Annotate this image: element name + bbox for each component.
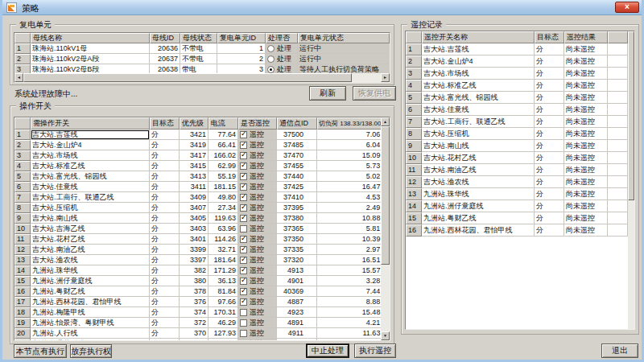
- cell[interactable]: 尚未遥控: [564, 104, 608, 116]
- table-row[interactable]: 1珠海站.110kV1母20636不带电1处理运行中: [14, 43, 390, 54]
- cell[interactable]: 分: [150, 140, 180, 150]
- checkbox-checked[interactable]: [240, 278, 247, 285]
- cell[interactable]: 九洲站.西林花园、君怡甲线: [31, 297, 150, 307]
- cell[interactable]: 372: [180, 318, 208, 328]
- scrollbar-thumb[interactable]: [628, 31, 634, 200]
- cell[interactable]: 2.97: [317, 245, 382, 255]
- cell[interactable]: 分: [150, 318, 180, 328]
- cell[interactable]: 分: [150, 150, 180, 161]
- cell[interactable]: 吉大站.市场线: [422, 68, 535, 80]
- table-row[interactable]: 3吉大站.市场线分3417166.02遥控3747015.09: [14, 150, 382, 161]
- cell[interactable]: 37455: [277, 161, 317, 171]
- cell[interactable]: 遥控: [238, 328, 277, 339]
- cell[interactable]: 九洲站.怡景湾、粤财甲线: [31, 318, 150, 328]
- cell[interactable]: 遥控: [238, 245, 277, 255]
- checkbox-checked[interactable]: [240, 162, 247, 170]
- cell[interactable]: 处理: [266, 43, 298, 54]
- checkbox-checked[interactable]: [240, 246, 247, 253]
- cell[interactable]: 166.02: [208, 150, 238, 161]
- cell[interactable]: 尚未遥控: [564, 176, 608, 188]
- cell[interactable]: 55.19: [208, 171, 238, 182]
- cell[interactable]: 114.26: [208, 234, 238, 245]
- cell[interactable]: 吉大站.市场线: [31, 150, 150, 161]
- cell[interactable]: 181.15: [208, 182, 238, 192]
- cell[interactable]: [608, 116, 628, 128]
- cell[interactable]: 运行中: [298, 54, 390, 64]
- cell[interactable]: 7.06: [317, 130, 382, 140]
- cell[interactable]: 374: [180, 307, 208, 318]
- cell[interactable]: 3397: [180, 255, 208, 265]
- table-row[interactable]: 7吉大站.工商行、联通乙线分尚未遥控: [406, 116, 628, 128]
- cell[interactable]: 九洲站.粤财乙线: [422, 212, 535, 224]
- cell[interactable]: 3421: [180, 130, 208, 140]
- table-row[interactable]: 21九洲站.香蓝乙线分368175.78遥控4007515.98: [14, 339, 382, 341]
- cell[interactable]: 吉大站.工商行、联通乙线: [31, 192, 150, 203]
- scrollbar-thumb[interactable]: [23, 73, 352, 82]
- cell[interactable]: 遥控: [238, 150, 277, 161]
- cell[interactable]: 171.29: [208, 265, 238, 276]
- cell[interactable]: 3399: [180, 245, 208, 255]
- cell[interactable]: 分: [150, 307, 180, 318]
- cell[interactable]: 3407: [180, 203, 208, 213]
- checkbox-unchecked[interactable]: [240, 319, 247, 327]
- cell[interactable]: 吉大站.标准乙线: [31, 161, 150, 171]
- radio-unchecked[interactable]: [267, 56, 275, 63]
- table-row[interactable]: 20九洲站.人行线分370127.93遥控491111.63: [14, 328, 382, 339]
- cell[interactable]: 吉大站.工商行、联通乙线: [422, 116, 535, 128]
- node-execute-right-button[interactable]: 本节点有执行权: [14, 344, 67, 358]
- cell[interactable]: 九洲站.珠华线: [31, 265, 150, 276]
- cell[interactable]: 尚未遥控: [564, 200, 608, 212]
- radio-checked[interactable]: [267, 66, 275, 73]
- cell[interactable]: 遥控: [238, 339, 277, 341]
- cell[interactable]: 运行中: [298, 43, 390, 54]
- cell[interactable]: 63.96: [208, 224, 238, 234]
- cell[interactable]: 分: [150, 234, 180, 245]
- table-row[interactable]: 13九洲站.珠华线分尚未遥控: [406, 188, 628, 200]
- cell[interactable]: [608, 128, 628, 140]
- cell[interactable]: [608, 104, 628, 116]
- cell[interactable]: 尚未遥控: [564, 140, 608, 152]
- cell[interactable]: 分: [535, 152, 564, 164]
- checkbox-checked[interactable]: [240, 215, 247, 222]
- cell[interactable]: 分: [535, 56, 564, 68]
- cell[interactable]: 遥控: [238, 286, 277, 297]
- cell[interactable]: 175.78: [208, 339, 238, 341]
- cell[interactable]: 珠海站.110kV1母: [31, 43, 150, 54]
- table-row[interactable]: 12吉大站.南油乙线分339932.71遥控373352.97: [14, 245, 382, 255]
- table-row[interactable]: 10吉大站.吉海乙线分340363.96遥控373655.81: [14, 224, 382, 234]
- cell[interactable]: 分: [535, 68, 564, 80]
- cell[interactable]: 遥控: [238, 234, 277, 245]
- cell[interactable]: 97.66: [208, 297, 238, 307]
- cell[interactable]: 分: [150, 265, 180, 276]
- cell[interactable]: 37320: [277, 255, 317, 265]
- cell[interactable]: 尚未遥控: [564, 224, 608, 237]
- cell[interactable]: 尚未遥控: [564, 116, 608, 128]
- cell[interactable]: 3411: [180, 182, 208, 192]
- cell[interactable]: [608, 80, 628, 92]
- cell[interactable]: 吉大站.南山线: [422, 140, 535, 152]
- cell[interactable]: 36.13: [208, 276, 238, 286]
- table-row[interactable]: 1吉大站.吉莲线分342177.64遥控375007.06: [14, 130, 382, 140]
- cell[interactable]: 吉大站.花村乙线: [31, 234, 150, 245]
- scrollbar-track[interactable]: [628, 31, 634, 329]
- checkbox-checked[interactable]: [240, 298, 247, 306]
- cell[interactable]: 382: [180, 265, 208, 276]
- cell[interactable]: 37485: [277, 140, 317, 150]
- cell[interactable]: [608, 43, 628, 56]
- cell[interactable]: 37380: [277, 213, 317, 224]
- table-row[interactable]: 8吉大站.压缩机分尚未遥控: [406, 128, 628, 140]
- cell[interactable]: 吉大站.富光线、锦园线: [422, 92, 535, 104]
- cell[interactable]: 40075: [277, 339, 317, 341]
- cell[interactable]: 119.63: [208, 213, 238, 224]
- cell[interactable]: 15.98: [317, 339, 382, 341]
- cell[interactable]: 分: [535, 92, 564, 104]
- cell[interactable]: 37410: [277, 192, 317, 203]
- checkbox-checked[interactable]: [240, 257, 247, 264]
- table-row[interactable]: 10吉大站.花村乙线分尚未遥控: [406, 152, 628, 164]
- cell[interactable]: 分: [535, 128, 564, 140]
- checkbox-checked[interactable]: [240, 236, 247, 243]
- cell[interactable]: 不带电: [180, 43, 217, 54]
- cell[interactable]: 不带电: [180, 54, 217, 64]
- cell[interactable]: 吉大站.吉莲线: [31, 130, 150, 140]
- cell[interactable]: 37440: [277, 171, 317, 182]
